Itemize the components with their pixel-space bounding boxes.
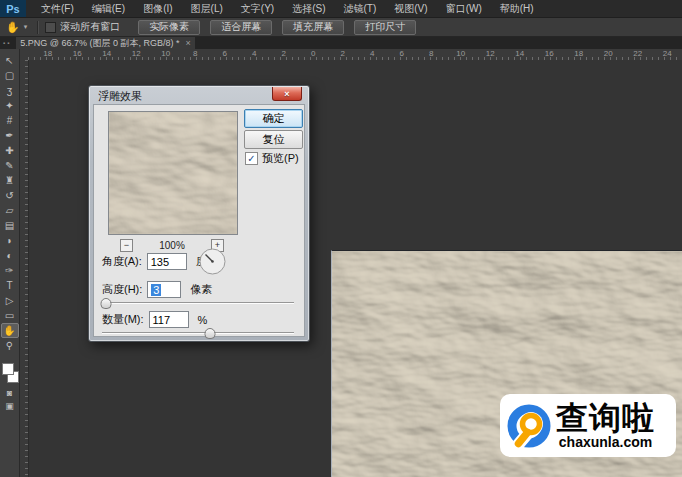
tool-history-brush[interactable]: ↺ (1, 188, 19, 203)
hand-tool-icon: ✋ (6, 21, 20, 34)
zoom-out-button[interactable]: − (120, 239, 133, 252)
screen-mode-button[interactable]: ▣ (1, 399, 19, 412)
menu-view[interactable]: 视图(V) (385, 0, 436, 17)
dialog-close-button[interactable]: × (272, 87, 302, 101)
watermark-text: 查询啦 chaxunla.com (556, 402, 655, 449)
reset-button[interactable]: 复位 (244, 130, 303, 149)
document-tab[interactable]: 5.PNG @ 66.7% (图层 0 副本, RGB/8) * × (16, 37, 194, 49)
lasso-icon: ʒ (7, 85, 12, 96)
menu-file[interactable]: 文件(F) (32, 0, 83, 17)
panel-toggle-icons[interactable]: ▪▪ (3, 40, 11, 46)
chevron-down-icon[interactable]: ▾ (24, 23, 28, 31)
blur-icon: ◗ (6, 235, 12, 246)
clone-stamp-icon: ♜ (5, 175, 14, 186)
menu-layer[interactable]: 图层(L) (182, 0, 232, 17)
tool-zoom[interactable]: ⚲ (1, 338, 19, 353)
tool-move[interactable]: ↖ (1, 53, 19, 68)
ps-logo: Ps (0, 0, 26, 17)
height-slider[interactable] (102, 299, 294, 308)
eraser-icon: ▱ (6, 205, 14, 216)
height-row: 高度(H): 3 像素 (102, 281, 212, 298)
menu-select[interactable]: 选择(S) (283, 0, 334, 17)
dialog-body: − 100% + 确定 复位 ✓ 预览(P) 角度(A): 135 度 高 (93, 104, 305, 337)
actual-pixels-button[interactable]: 实际像素 (138, 20, 200, 35)
amount-slider-thumb[interactable] (204, 328, 215, 339)
dialog-title: 浮雕效果 (98, 89, 142, 104)
amount-slider[interactable] (102, 329, 294, 338)
tool-brush[interactable]: ✎ (1, 158, 19, 173)
quick-mask-button[interactable]: ◙ (1, 386, 19, 399)
fit-screen-button[interactable]: 适合屏幕 (210, 20, 272, 35)
menu-bar: Ps 文件(F) 编辑(E) 图像(I) 图层(L) 文字(Y) 选择(S) 滤… (0, 0, 682, 18)
menu-type[interactable]: 文字(Y) (232, 0, 283, 17)
tool-lasso[interactable]: ʒ (1, 83, 19, 98)
photoshop-window: Ps 文件(F) 编辑(E) 图像(I) 图层(L) 文字(Y) 选择(S) 滤… (0, 0, 682, 477)
tool-pen[interactable]: ✑ (1, 263, 19, 278)
angle-row: 角度(A): 135 度 (102, 253, 207, 270)
type-icon: T (6, 280, 12, 291)
amount-field[interactable]: 117 (149, 311, 189, 328)
tool-type[interactable]: T (1, 278, 19, 293)
rectangle-shape-icon: ▭ (5, 310, 14, 321)
preview-checkbox-row: ✓ 预览(P) (245, 151, 299, 166)
move-icon: ↖ (5, 55, 13, 66)
vertical-ruler (20, 60, 29, 477)
height-slider-track[interactable] (102, 302, 294, 304)
menu-edit[interactable]: 编辑(E) (83, 0, 134, 17)
filter-preview[interactable] (108, 111, 238, 235)
tool-path-selection[interactable]: ▷ (1, 293, 19, 308)
menu-help[interactable]: 帮助(H) (491, 0, 543, 17)
tool-eraser[interactable]: ▱ (1, 203, 19, 218)
ruler-labels: 18161412108642024681012141618202224 (33, 49, 682, 59)
spot-healing-icon: ✚ (5, 145, 13, 156)
amount-row: 数量(M): 117 % (102, 311, 207, 328)
preview-checkbox[interactable]: ✓ (245, 152, 258, 165)
options-bar: ✋ ▾ 滚动所有窗口 实际像素 适合屏幕 填充屏幕 打印尺寸 (0, 18, 682, 37)
tool-rectangle-shape[interactable]: ▭ (1, 308, 19, 323)
angle-field[interactable]: 135 (147, 253, 187, 270)
fill-screen-button[interactable]: 填充屏幕 (282, 20, 344, 35)
dodge-icon: ◐ (6, 250, 12, 261)
chaxunla-logo-icon (504, 401, 554, 451)
zoom-level: 100% (159, 240, 185, 251)
crop-icon: # (7, 115, 13, 126)
tool-quick-selection[interactable]: ✦ (1, 98, 19, 113)
menu-image[interactable]: 图像(I) (134, 0, 181, 17)
screen-mode-icon: ▣ (5, 401, 14, 411)
tool-gradient[interactable]: ▤ (1, 218, 19, 233)
tab-close-icon[interactable]: × (185, 38, 190, 48)
menu-filter[interactable]: 滤镜(T) (335, 0, 386, 17)
watermark-brand: 查询啦 (556, 402, 655, 434)
color-swatches[interactable] (0, 360, 20, 386)
angle-dial[interactable] (199, 248, 226, 275)
foreground-color-swatch[interactable] (2, 363, 14, 375)
menu-window[interactable]: 窗口(W) (437, 0, 491, 17)
divider (37, 21, 39, 34)
height-unit: 像素 (190, 282, 212, 297)
tool-blur[interactable]: ◗ (1, 233, 19, 248)
watermark-domain: chaxunla.com (559, 435, 652, 449)
tool-eyedropper[interactable]: ✒ (1, 128, 19, 143)
amount-slider-track[interactable] (102, 332, 294, 334)
scroll-all-windows-label: 滚动所有窗口 (60, 20, 120, 34)
height-field[interactable]: 3 (147, 281, 181, 298)
quick-mask-icon: ◙ (7, 388, 12, 398)
tool-marquee[interactable]: ▢ (1, 68, 19, 83)
eyedropper-icon: ✒ (5, 130, 13, 141)
preview-emboss-texture (109, 112, 237, 234)
chaxunla-watermark: 查询啦 chaxunla.com (500, 394, 676, 457)
brush-icon: ✎ (5, 160, 13, 171)
tool-spot-healing[interactable]: ✚ (1, 143, 19, 158)
amount-unit: % (198, 314, 208, 326)
tool-hand[interactable]: ✋ (1, 323, 19, 338)
tool-crop[interactable]: # (1, 113, 19, 128)
scroll-all-windows-checkbox[interactable] (45, 22, 56, 33)
tool-clone-stamp[interactable]: ♜ (1, 173, 19, 188)
height-slider-thumb[interactable] (100, 298, 111, 309)
print-size-button[interactable]: 打印尺寸 (354, 20, 416, 35)
ok-button[interactable]: 确定 (244, 109, 303, 128)
height-label: 高度(H): (102, 282, 142, 297)
tool-dodge[interactable]: ◐ (1, 248, 19, 263)
history-brush-icon: ↺ (5, 190, 13, 201)
emboss-dialog: 浮雕效果 × − 100% (88, 85, 310, 342)
